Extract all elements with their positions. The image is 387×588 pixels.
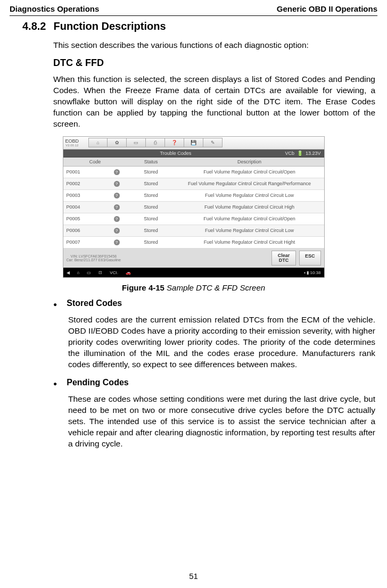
table-body: P0001?StoredFuel Volume Regulator Cintro…	[63, 167, 324, 249]
bullet-icon: ●	[53, 299, 57, 310]
header-rule	[10, 15, 377, 16]
running-head-left: Diagnostics Operations	[10, 4, 99, 13]
table-row[interactable]: P0005?StoredFuel Volume Regulator Cintro…	[63, 213, 324, 225]
status-cell: Stored	[127, 202, 175, 212]
desc-cell: Fuel Volume Regulator Cintrol Circuit/Op…	[175, 167, 324, 177]
status-cell: Stored	[127, 178, 175, 189]
desc-cell: Fuel Volume Regulator Cintrol Circuit Lo…	[175, 225, 324, 236]
status-cell: Stored	[127, 225, 175, 236]
table-row[interactable]: P0003?StoredFuel Volume Regulator Cintro…	[63, 190, 324, 202]
figure-caption: Figure 4-15 Sample DTC & FFD Screen	[10, 283, 377, 292]
table-row[interactable]: P0007?StoredFuel Volume Regulator Cintro…	[63, 237, 324, 249]
section-title: Function Descriptions	[53, 20, 166, 32]
col-code: Code	[63, 158, 127, 166]
desc-cell: Fuel Volume Regulator Cintrol Circuit Hi…	[175, 202, 324, 212]
version-label: V2.00.12	[65, 144, 79, 147]
vcb-label: VCb	[285, 151, 294, 156]
figure-title: Sample DTC & FFD Screen	[164, 283, 265, 292]
stored-codes-label: Stored Codes	[67, 299, 122, 310]
bottom-icons: ◀ ⌂ ▭ ⊡ VCI. 🚗	[67, 270, 131, 275]
car-icon[interactable]: 🚗	[126, 270, 131, 275]
table-header: Code Status Description	[63, 158, 324, 167]
section-number: 4.8.2	[22, 20, 46, 32]
info-icon[interactable]: ?	[114, 216, 120, 222]
info-icon[interactable]: ?	[114, 228, 120, 234]
col-status: Status	[127, 158, 175, 166]
settings-icon[interactable]: ✿	[108, 138, 127, 147]
vehicle-info: VIN: LVSFCFAE36F015458 Car: Benz/211.077…	[67, 254, 121, 262]
status-cell: Stored	[127, 190, 175, 201]
page-number: 51	[0, 572, 387, 581]
bullet-pending-codes: ● Pending Codes	[53, 378, 377, 390]
device-subbar: Trouble Codes VCb 🔋 13.23V	[63, 150, 324, 158]
bullet-stored-codes: ● Stored Codes	[53, 299, 377, 310]
brand-label: EOBD	[65, 138, 79, 144]
table-row[interactable]: P0006?StoredFuel Volume Regulator Cintro…	[63, 225, 324, 237]
print-icon[interactable]: ⎙	[146, 138, 165, 147]
nav-home-icon[interactable]: ⌂	[77, 270, 80, 275]
code-cell: P0007	[67, 239, 80, 245]
folder-icon[interactable]: ▭	[127, 138, 146, 147]
back-icon[interactable]: ◀	[67, 270, 70, 275]
figure-label: Figure 4-15	[122, 283, 164, 292]
code-cell: P0006	[67, 228, 80, 233]
running-head-right: Generic OBD II Operations	[277, 4, 377, 13]
device-footer: VIN: LVSFCFAE36F015458 Car: Benz/211.077…	[63, 249, 324, 268]
info-icon[interactable]: ?	[114, 193, 120, 198]
subbar-title: Trouble Codes	[160, 151, 192, 156]
info-icon[interactable]: ?	[114, 181, 120, 187]
home-icon[interactable]: ⌂	[88, 138, 108, 147]
help-icon[interactable]: ❓	[165, 138, 184, 147]
device-bottombar: ◀ ⌂ ▭ ⊡ VCI. 🚗 ▪ ▮ 10:38	[63, 268, 324, 277]
pending-codes-label: Pending Codes	[67, 378, 128, 390]
esc-button[interactable]: ESC	[299, 251, 321, 266]
table-row[interactable]: P0004?StoredFuel Volume Regulator Cintro…	[63, 202, 324, 213]
section-heading: 4.8.2Function Descriptions	[22, 20, 377, 32]
clear-dtc-button[interactable]: Clear DTC	[271, 251, 296, 266]
code-cell: P0001	[67, 169, 80, 175]
desc-cell: Fuel Volume Regulator Cintrol Circuit Hi…	[175, 237, 324, 247]
recent-icon[interactable]: ▭	[87, 270, 91, 275]
figure-4-15: EOBD V2.00.12 ⌂ ✿ ▭ ⎙ ❓ 💾 ✎ Trouble Code…	[10, 136, 377, 278]
vin-line: VIN: LVSFCFAE36F015458	[67, 254, 121, 258]
code-cell: P0005	[67, 216, 80, 221]
clock: ▪ ▮ 10:38	[304, 270, 320, 275]
device-topbar: EOBD V2.00.12 ⌂ ✿ ▭ ⎙ ❓ 💾 ✎	[63, 137, 324, 150]
edit-icon[interactable]: ✎	[203, 138, 223, 147]
code-cell: P0003	[67, 193, 80, 198]
table-row[interactable]: P0001?StoredFuel Volume Regulator Cintro…	[63, 167, 324, 178]
desc-cell: Fuel Volume Regulator Cintrol Circuit Lo…	[175, 190, 324, 201]
info-icon[interactable]: ?	[114, 239, 120, 245]
dtc-ffd-heading: DTC & FFD	[53, 57, 377, 69]
bullet-icon: ●	[53, 378, 57, 390]
status-cell: Stored	[127, 167, 175, 177]
code-cell: P0004	[67, 204, 80, 210]
intro-paragraph: This section describes the various funct…	[53, 40, 375, 51]
pending-codes-body: These are codes whose setting conditions…	[68, 394, 375, 450]
status-cell: Stored	[127, 213, 175, 224]
desc-cell: Fuel Volume Regulator Cintrol Circuit/Op…	[175, 213, 324, 224]
stored-codes-body: Stored codes are the current emission re…	[68, 314, 375, 370]
code-cell: P0002	[67, 181, 80, 186]
device-brand: EOBD V2.00.12	[65, 139, 79, 147]
table-row[interactable]: P0002?StoredFuel Volume Regulator Cintro…	[63, 178, 324, 190]
voltage-label: 13.23V	[306, 151, 321, 156]
screenshot-icon[interactable]: ⊡	[98, 270, 102, 275]
status-cell: Stored	[127, 237, 175, 247]
desc-cell: Fuel Volume Regulator Cintrol Circuit Ra…	[175, 178, 324, 189]
dtc-ffd-body: When this function is selected, the scre…	[53, 74, 375, 130]
vci-icon[interactable]: VCI.	[110, 270, 118, 275]
car-line: Car: Benz/211.077 E63/Gasoline	[67, 258, 121, 262]
col-description: Description	[175, 158, 324, 166]
save-icon[interactable]: 💾	[184, 138, 203, 147]
info-icon[interactable]: ?	[114, 169, 120, 175]
toolbar-button-group: ⌂ ✿ ▭ ⎙ ❓ 💾 ✎	[88, 138, 223, 147]
device-screenshot: EOBD V2.00.12 ⌂ ✿ ▭ ⎙ ❓ 💾 ✎ Trouble Code…	[63, 136, 325, 278]
info-icon[interactable]: ?	[114, 204, 120, 210]
